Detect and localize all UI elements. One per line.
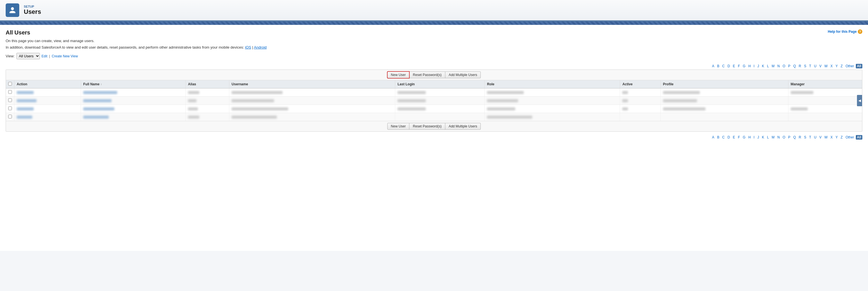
alpha-letter-b[interactable]: B bbox=[716, 135, 720, 140]
description-2: In addition, download SalesforceA to vie… bbox=[6, 45, 862, 49]
alpha-letter-u[interactable]: U bbox=[813, 135, 817, 140]
add-multiple-users-button-bottom[interactable]: Add Multiple Users bbox=[445, 123, 481, 130]
select-all-checkbox[interactable] bbox=[8, 82, 12, 85]
row-checkbox[interactable] bbox=[8, 107, 12, 110]
th-role: Role bbox=[485, 80, 620, 88]
alpha-letter-e[interactable]: E bbox=[732, 64, 736, 68]
alpha-letter-all[interactable]: All bbox=[856, 64, 862, 68]
row-username bbox=[231, 99, 274, 102]
alpha-letter-m[interactable]: M bbox=[771, 135, 776, 140]
th-profile: Profile bbox=[660, 80, 788, 88]
alpha-letter-x[interactable]: X bbox=[829, 64, 834, 68]
alpha-letter-s[interactable]: S bbox=[803, 135, 807, 140]
alpha-letter-b[interactable]: B bbox=[716, 64, 720, 68]
alpha-letter-k[interactable]: K bbox=[761, 64, 765, 68]
new-user-button-top[interactable]: New User bbox=[387, 71, 410, 78]
alpha-letter-other[interactable]: Other bbox=[844, 64, 855, 68]
table-header-row: Action Full Name ↑ Alias Username Last L… bbox=[6, 80, 862, 88]
alpha-letter-q[interactable]: Q bbox=[792, 135, 797, 140]
android-link[interactable]: Android bbox=[254, 45, 267, 49]
add-multiple-users-button-top[interactable]: Add Multiple Users bbox=[445, 71, 481, 78]
row-full-name[interactable] bbox=[83, 99, 112, 102]
alpha-letter-p[interactable]: P bbox=[787, 135, 792, 140]
alpha-letter-n[interactable]: N bbox=[776, 64, 781, 68]
alpha-letter-z[interactable]: Z bbox=[839, 64, 844, 68]
alpha-letter-y[interactable]: Y bbox=[834, 64, 839, 68]
alpha-letter-i[interactable]: I bbox=[752, 64, 755, 68]
alpha-letter-c[interactable]: C bbox=[721, 64, 726, 68]
alpha-nav-top: ABCDEFGHIJKLMNOPQRSTUVWXYZOtherAll bbox=[6, 63, 862, 70]
alpha-letter-m[interactable]: M bbox=[771, 64, 776, 68]
alpha-letter-a[interactable]: A bbox=[711, 64, 715, 68]
create-view-link[interactable]: Create New View bbox=[52, 54, 78, 58]
table-row bbox=[6, 97, 862, 105]
alpha-letter-p[interactable]: P bbox=[787, 64, 792, 68]
row-action[interactable] bbox=[17, 115, 32, 119]
alpha-letter-r[interactable]: R bbox=[798, 64, 802, 68]
row-active bbox=[622, 107, 628, 110]
alpha-letter-f[interactable]: F bbox=[737, 135, 741, 140]
alpha-letter-z[interactable]: Z bbox=[839, 135, 844, 140]
alpha-letter-v[interactable]: V bbox=[818, 135, 823, 140]
alpha-letter-e[interactable]: E bbox=[732, 135, 736, 140]
alpha-letter-d[interactable]: D bbox=[726, 64, 731, 68]
alpha-letter-d[interactable]: D bbox=[726, 135, 731, 140]
row-active bbox=[622, 99, 628, 102]
alpha-letter-c[interactable]: C bbox=[721, 135, 726, 140]
alpha-letter-s[interactable]: S bbox=[803, 64, 807, 68]
row-full-name[interactable] bbox=[83, 115, 109, 119]
alpha-letter-t[interactable]: T bbox=[808, 64, 812, 68]
row-action[interactable] bbox=[17, 91, 34, 94]
alpha-letter-y[interactable]: Y bbox=[834, 135, 839, 140]
row-checkbox[interactable] bbox=[8, 115, 12, 118]
all-users-heading: All Users bbox=[6, 29, 30, 36]
alpha-letter-q[interactable]: Q bbox=[792, 64, 797, 68]
alpha-letter-l[interactable]: L bbox=[766, 135, 770, 140]
alpha-letter-x[interactable]: X bbox=[829, 135, 834, 140]
row-manager bbox=[791, 91, 813, 94]
row-action[interactable] bbox=[17, 107, 34, 110]
row-alias bbox=[188, 99, 196, 102]
alpha-letter-i[interactable]: I bbox=[752, 135, 755, 140]
row-checkbox[interactable] bbox=[8, 90, 12, 94]
alpha-letter-v[interactable]: V bbox=[818, 64, 823, 68]
alpha-letter-j[interactable]: J bbox=[756, 64, 760, 68]
row-full-name[interactable] bbox=[83, 107, 114, 110]
alpha-letter-other[interactable]: Other bbox=[844, 135, 855, 140]
scroll-right-arrow[interactable]: ◀ bbox=[857, 95, 862, 106]
row-checkbox[interactable] bbox=[8, 98, 12, 102]
new-user-button-bottom[interactable]: New User bbox=[387, 123, 410, 130]
reset-passwords-button-bottom[interactable]: Reset Password(s) bbox=[409, 123, 445, 130]
alpha-letter-t[interactable]: T bbox=[808, 135, 812, 140]
description-2-prefix: In addition, download SalesforceA to vie… bbox=[6, 45, 245, 49]
help-link[interactable]: Help for this Page ? bbox=[828, 29, 862, 34]
table-container: ◀ New User Reset Password(s) Add Multipl… bbox=[6, 70, 862, 132]
header: SETUP Users bbox=[0, 0, 868, 22]
view-select[interactable]: All Users bbox=[17, 53, 40, 59]
ios-link[interactable]: iOS bbox=[245, 45, 251, 49]
alpha-letter-o[interactable]: O bbox=[782, 64, 786, 68]
alpha-letter-w[interactable]: W bbox=[823, 64, 829, 68]
alpha-letter-l[interactable]: L bbox=[766, 64, 770, 68]
th-active: Active bbox=[620, 80, 660, 88]
alpha-letter-h[interactable]: H bbox=[747, 135, 752, 140]
reset-passwords-button-top[interactable]: Reset Password(s) bbox=[409, 71, 445, 78]
alpha-letter-r[interactable]: R bbox=[798, 135, 802, 140]
alpha-letter-k[interactable]: K bbox=[761, 135, 765, 140]
row-last-login bbox=[398, 91, 426, 94]
row-full-name[interactable] bbox=[83, 91, 117, 94]
edit-view-link[interactable]: Edit bbox=[42, 54, 48, 58]
alpha-letter-all[interactable]: All bbox=[856, 135, 862, 140]
alpha-letter-w[interactable]: W bbox=[823, 135, 829, 140]
alpha-letter-j[interactable]: J bbox=[756, 135, 760, 140]
row-action[interactable] bbox=[17, 99, 36, 102]
th-manager: Manager bbox=[788, 80, 862, 88]
alpha-letter-o[interactable]: O bbox=[782, 135, 786, 140]
alpha-letter-g[interactable]: G bbox=[742, 135, 747, 140]
alpha-letter-a[interactable]: A bbox=[711, 135, 715, 140]
alpha-letter-n[interactable]: N bbox=[776, 135, 781, 140]
alpha-letter-u[interactable]: U bbox=[813, 64, 817, 68]
alpha-letter-g[interactable]: G bbox=[742, 64, 747, 68]
alpha-letter-h[interactable]: H bbox=[747, 64, 752, 68]
alpha-letter-f[interactable]: F bbox=[737, 64, 741, 68]
